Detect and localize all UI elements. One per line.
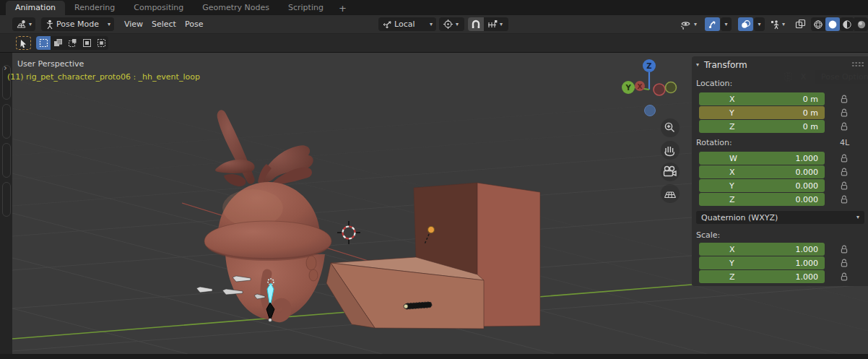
scale-label: Scale:: [696, 230, 720, 240]
rotation-label: Rotation:: [696, 138, 732, 147]
menu-view[interactable]: View: [120, 17, 147, 31]
editor-type-button[interactable]: ▾: [12, 17, 35, 31]
location-y-field[interactable]: Y 0 m: [699, 106, 825, 119]
pivot-point-icon: [443, 19, 453, 30]
tab-compositing[interactable]: Compositing: [124, 1, 193, 15]
overlays-settings-dropdown[interactable]: ▾: [754, 17, 765, 31]
axis-value: 0.000: [796, 195, 825, 204]
mode-dropdown[interactable]: Pose Mode ▾: [41, 17, 114, 31]
chevron-down-icon: ▾: [430, 22, 433, 27]
step-block-object[interactable]: [326, 183, 540, 329]
axis-label: Y: [699, 181, 734, 191]
menu-pose[interactable]: Pose: [181, 17, 207, 31]
rotation-z-field[interactable]: Z 0.000: [699, 193, 825, 206]
tweak-tool-button[interactable]: [16, 36, 31, 50]
chevron-down-icon: ▾: [782, 22, 785, 27]
xray-toggle[interactable]: [793, 17, 808, 31]
tab-scripting[interactable]: Scripting: [279, 1, 333, 15]
scale-z-field[interactable]: Z 1.000: [699, 270, 825, 283]
unlock-icon[interactable]: [839, 108, 849, 118]
viewport-header: ▾ Pose Mode ▾ View Select Pose Local ▾: [0, 15, 868, 34]
orientation-label: Local: [394, 20, 415, 29]
rendered-sphere-icon: [856, 20, 867, 30]
axis-value: 0 m: [803, 122, 825, 131]
cursor-arrow-icon: [19, 38, 28, 48]
scale-y-field[interactable]: Y 1.000: [699, 256, 825, 269]
axis-value: 1.000: [796, 245, 825, 254]
pivot-point-dropdown[interactable]: ▾: [439, 17, 464, 31]
axis-label: X: [699, 168, 735, 177]
unlock-icon[interactable]: [839, 153, 849, 163]
viewport-nav-buttons[interactable]: [661, 118, 680, 203]
shading-material-button[interactable]: [840, 17, 854, 31]
axis-label: Z: [699, 122, 735, 131]
unlock-icon[interactable]: [839, 194, 849, 204]
unlock-icon[interactable]: [839, 94, 849, 104]
magnet-icon: [471, 20, 481, 30]
snap-toggle-button[interactable]: [468, 17, 484, 31]
armature-pose-icon: [45, 20, 54, 30]
gizmo-neg-x-axis[interactable]: [654, 84, 665, 95]
ear-bump-2: [309, 269, 318, 281]
editor-3d-viewport-icon: [16, 20, 27, 30]
transform-orientation-dropdown[interactable]: Local ▾: [378, 17, 436, 31]
bone-tip-dot: [269, 319, 272, 322]
rotation-mode-dropdown[interactable]: Quaternion (WXYZ) ▾: [696, 211, 864, 224]
zoom-button-bg[interactable]: [661, 118, 680, 137]
gizmo-z-label: Z: [646, 62, 651, 70]
unlock-icon[interactable]: [839, 244, 849, 254]
axis-value: 0 m: [803, 108, 825, 118]
axis-label: Y: [699, 108, 734, 118]
edge-tab: [2, 104, 11, 139]
rotation-mode-label: Quaternion (WXYZ): [701, 213, 778, 222]
add-workspace-button[interactable]: +: [333, 2, 352, 15]
shading-solid-button[interactable]: [825, 17, 840, 31]
chevron-down-icon: ▾: [456, 22, 459, 27]
select-mode-subtract[interactable]: [65, 36, 79, 50]
scale-x-field[interactable]: X 1.000: [699, 243, 825, 256]
panel-title: Transform: [704, 60, 747, 70]
pose-display-dropdown[interactable]: ▾: [767, 17, 791, 31]
shading-wireframe-button[interactable]: [811, 17, 825, 31]
unlock-icon[interactable]: [839, 181, 849, 191]
shading-rendered-button[interactable]: [854, 17, 868, 31]
bone-key-dot[interactable]: [428, 227, 435, 233]
select-mode-invert[interactable]: [79, 36, 94, 50]
transform-panel: ▾ Transform Location: X 0 m Y 0 m Z 0 m …: [692, 56, 868, 286]
rotation-x-field[interactable]: X 0.000: [699, 165, 825, 178]
tab-rendering[interactable]: Rendering: [65, 1, 124, 15]
select-mode-set[interactable]: [36, 36, 51, 50]
bone-widget[interactable]: [196, 287, 212, 293]
gizmo-x-label: X: [638, 83, 643, 90]
unlock-icon[interactable]: [839, 121, 849, 131]
rotation-y-field[interactable]: Y 0.000: [699, 179, 825, 192]
tab-geometry-nodes[interactable]: Geometry Nodes: [193, 1, 279, 15]
unlock-icon[interactable]: [839, 272, 849, 282]
unlock-icon[interactable]: [839, 167, 849, 177]
axis-value: 1.000: [796, 272, 825, 282]
object-visibility-dropdown[interactable]: ▾: [676, 17, 703, 31]
rotation-w-field[interactable]: W 1.000: [699, 152, 825, 165]
gizmo-neg-y-axis[interactable]: [666, 82, 677, 93]
gizmo-neg-z-axis[interactable]: [645, 105, 656, 116]
snap-settings-dropdown[interactable]: ▾: [484, 17, 508, 31]
editor-divider-bar[interactable]: [0, 354, 868, 359]
show-gizmo-toggle[interactable]: [705, 17, 720, 31]
location-x-field[interactable]: X 0 m: [699, 92, 825, 105]
tab-animation[interactable]: Animation: [6, 1, 65, 15]
panel-drag-handle-icon[interactable]: [851, 61, 864, 66]
unlock-icon[interactable]: [839, 258, 849, 268]
location-z-field[interactable]: Z 0 m: [699, 120, 825, 133]
toolbar-expand-chevron[interactable]: ›: [4, 63, 7, 73]
select-mode-extend[interactable]: [51, 36, 65, 50]
menu-select[interactable]: Select: [147, 17, 181, 31]
panel-collapse-chevron-icon[interactable]: ▾: [696, 62, 699, 68]
select-mode-intersect[interactable]: [94, 36, 108, 50]
solid-sphere-icon: [828, 20, 838, 30]
chevron-down-icon: ▾: [724, 22, 727, 27]
show-overlays-toggle[interactable]: [738, 17, 753, 31]
gizmo-settings-dropdown[interactable]: ▾: [721, 17, 732, 31]
transform-panel-header[interactable]: ▾ Transform: [696, 60, 747, 70]
ortho-toggle-bg[interactable]: [661, 184, 680, 203]
chevron-down-icon: ▾: [29, 22, 32, 27]
